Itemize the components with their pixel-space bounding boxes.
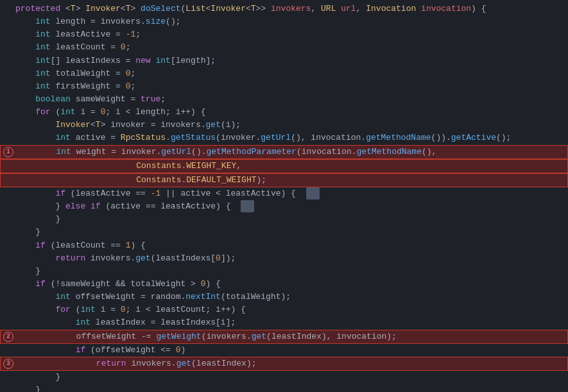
code-line-3: int leastActive = -1; bbox=[0, 28, 568, 41]
code-line-14: Constants.DEFAULT_WEIGHT); bbox=[0, 173, 568, 187]
code-line-30: } bbox=[0, 384, 568, 392]
code-line-19: if (leastCount == 1) { bbox=[0, 239, 568, 252]
code-line-12: 1 int weight = invoker.getUrl().getMetho… bbox=[0, 145, 568, 159]
code-line-27: if (offsetWeight <= 0) bbox=[0, 344, 568, 357]
code-line-4: int leastCount = 0; bbox=[0, 41, 568, 54]
code-line-20: return invokers.get(leastIndexs[0]); bbox=[0, 252, 568, 265]
code-line-13: Constants.WEIGHT_KEY, bbox=[0, 159, 568, 173]
code-line-25: int leastIndex = leastIndexs[i]; bbox=[0, 316, 568, 329]
code-line-7: int firstWeight = 0; bbox=[0, 80, 568, 93]
code-line-29: } bbox=[0, 371, 568, 384]
code-line-9: for (int i = 0; i < length; i++) { bbox=[0, 106, 568, 119]
code-line-2: int length = invokers.size(); bbox=[0, 15, 568, 28]
code-line-24: for (int i = 0; i < leastCount; i++) { bbox=[0, 303, 568, 316]
code-line-11: int active = RpcStatus.getStatus(invoker… bbox=[0, 132, 568, 144]
code-line-6: int totalWeight = 0; bbox=[0, 67, 568, 80]
code-container: protected <T> Invoker<T> doSelect(List<I… bbox=[0, 0, 568, 392]
code-line-15: if (leastActive == -1 || active < leastA… bbox=[0, 187, 568, 200]
code-line-28: 3 return invokers.get(leastIndex); bbox=[0, 357, 568, 371]
code-line-26: 2 offsetWeight -= getWeight(invokers.get… bbox=[0, 330, 568, 344]
badge-2: 2 bbox=[3, 332, 13, 342]
badge-3: 3 bbox=[3, 359, 13, 369]
code-line-5: int[] leastIndexs = new int[length]; bbox=[0, 55, 568, 67]
code-line-8: boolean sameWeight = true; bbox=[0, 93, 568, 106]
badge-1: 1 bbox=[3, 147, 13, 157]
code-line-18: } bbox=[0, 226, 568, 239]
code-line-16: } else if (active == leastActive) { ▪▪ bbox=[0, 200, 568, 213]
token-protected: protected bbox=[15, 3, 65, 15]
code-line-23: int offsetWeight = random.nextInt(totalW… bbox=[0, 291, 568, 303]
code-line-10: Invoker<T> invoker = invokers.get(i); bbox=[0, 119, 568, 132]
code-line-17: } bbox=[0, 213, 568, 226]
code-line-22: if (!sameWeight && totalWeight > 0) { bbox=[0, 278, 568, 291]
code-line-1: protected <T> Invoker<T> doSelect(List<I… bbox=[0, 3, 568, 15]
code-line-21: } bbox=[0, 265, 568, 278]
